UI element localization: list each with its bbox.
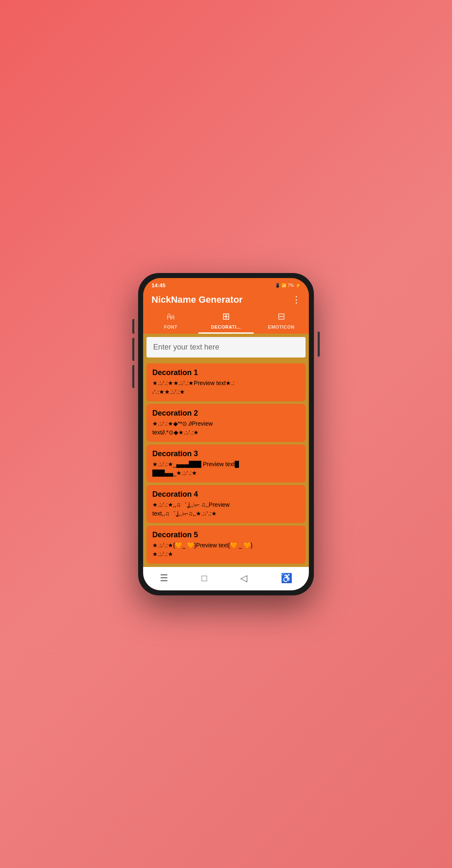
decoration-tab-label: DECORATI...	[211, 324, 241, 329]
status-time: 14:45	[152, 282, 165, 288]
nav-accessibility-button[interactable]: ♿	[281, 573, 292, 584]
decoration-preview-5: ★.:ꜟꜝ.:★{🧡_ 🧡}Preview text{🧡 _ 🧡}★.:ꜟꜝ.:…	[152, 541, 300, 559]
decoration-preview-1: ★.:ꜟꜝ.:★★.:ꜟꜝ.:★Preview text★.:ꜟꜝ.:★★.:ꜟ…	[152, 379, 300, 396]
decoration-title-3: Decoration 3	[152, 449, 300, 458]
notification-icons: 📱 📶	[275, 283, 286, 288]
top-bar: NickName Generator ⋮	[143, 291, 309, 305]
decoration-title-5: Decoration 5	[152, 531, 300, 539]
emoticon-tab-icon: ⊟	[277, 311, 285, 322]
decoration-title-1: Decoration 1	[152, 368, 300, 377]
nav-back-button[interactable]: ◁	[240, 573, 247, 584]
tab-font[interactable]: 🗛 FONT	[143, 311, 198, 334]
tab-decoration[interactable]: ⊞ DECORATI...	[198, 311, 254, 334]
volume-down-button	[132, 365, 134, 388]
decoration-card-5[interactable]: Decoration 5 ★.:ꜟꜝ.:★{🧡_ 🧡}Preview text{…	[146, 526, 306, 564]
decoration-preview-4: ★.:ꜟꜝ.:★,,♫゛.ʝ,,♭⌐ ♫,,Previewtext,,♫゛.ʝ,…	[152, 500, 300, 518]
volume-silent-button	[132, 319, 134, 334]
decoration-card-3[interactable]: Decoration 3 ★.:ꜟꜝ.:★_▄▄▄███ Preview tex…	[146, 444, 306, 483]
status-bar: 14:45 📱 📶 7% ⚡	[143, 278, 309, 291]
decoration-list: Decoration 1 ★.:ꜟꜝ.:★★.:ꜟꜝ.:★Preview tex…	[143, 361, 309, 567]
decoration-title-2: Decoration 2	[152, 409, 300, 418]
more-options-button[interactable]: ⋮	[292, 294, 300, 305]
phone-frame: 14:45 📱 📶 7% ⚡ NickName Generator ⋮ 🗛 FO…	[138, 273, 314, 595]
volume-up-button	[132, 338, 134, 361]
status-icons: 📱 📶 7% ⚡	[275, 283, 300, 288]
decoration-preview-2: ★.:ꜟꜝ.:★◆**⊙.∂Previewtext∂.*⊙◆★.:ꜟꜝ.:★	[152, 419, 300, 437]
emoticon-tab-label: EMOTICON	[268, 324, 294, 329]
phone-screen: 14:45 📱 📶 7% ⚡ NickName Generator ⋮ 🗛 FO…	[143, 278, 309, 590]
decoration-card-4[interactable]: Decoration 4 ★.:ꜟꜝ.:★,,♫゛.ʝ,,♭⌐ ♫,,Previ…	[146, 485, 306, 523]
font-tab-label: FONT	[164, 324, 177, 329]
font-tab-icon: 🗛	[166, 311, 175, 322]
decoration-card-1[interactable]: Decoration 1 ★.:ꜟꜝ.:★★.:ꜟꜝ.:★Preview tex…	[146, 363, 306, 401]
battery-icon: 7%	[288, 283, 294, 288]
app-title: NickName Generator	[152, 294, 243, 305]
text-input[interactable]	[146, 337, 306, 357]
power-button	[318, 332, 320, 357]
content-area: Decoration 1 ★.:ꜟꜝ.:★★.:ꜟꜝ.:★Preview tex…	[143, 334, 309, 567]
tab-emoticon[interactable]: ⊟ EMOTICON	[254, 311, 309, 334]
tab-bar: 🗛 FONT ⊞ DECORATI... ⊟ EMOTICON	[143, 307, 309, 334]
bottom-nav: ☰ □ ◁ ♿	[143, 567, 309, 590]
decoration-title-4: Decoration 4	[152, 490, 300, 499]
decoration-card-2[interactable]: Decoration 2 ★.:ꜟꜝ.:★◆**⊙.∂Previewtext∂.…	[146, 404, 306, 442]
decoration-preview-3: ★.:ꜟꜝ.:★_▄▄▄███ Preview text████▄▄_★.:ꜟꜝ…	[152, 460, 300, 477]
decoration-tab-icon: ⊞	[222, 311, 230, 322]
nav-home-button[interactable]: □	[202, 573, 207, 584]
nav-menu-button[interactable]: ☰	[160, 573, 168, 584]
lightning-icon: ⚡	[295, 283, 300, 288]
input-wrapper	[143, 334, 309, 361]
